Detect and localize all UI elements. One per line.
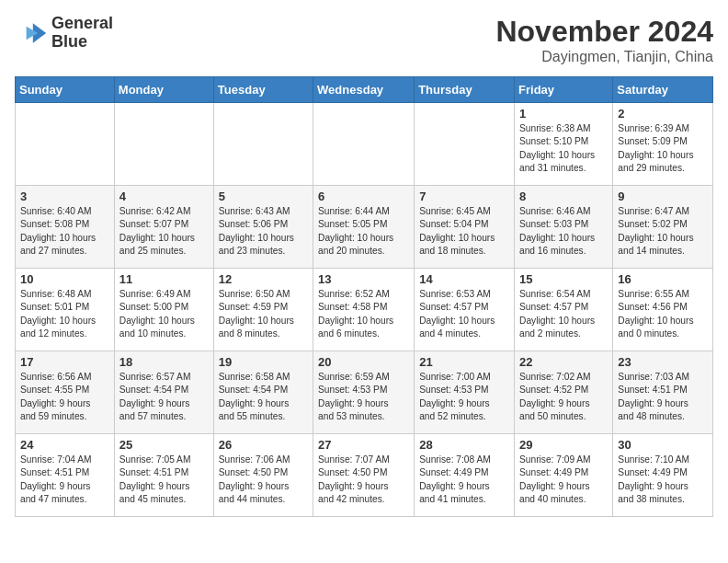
calendar-cell: 3Sunrise: 6:40 AM Sunset: 5:08 PM Daylig… [16, 186, 115, 269]
day-info: Sunrise: 7:00 AM Sunset: 4:53 PM Dayligh… [419, 371, 509, 423]
day-info: Sunrise: 6:39 AM Sunset: 5:09 PM Dayligh… [618, 122, 708, 175]
title-block: November 2024 Dayingmen, Tianjin, China [495, 15, 713, 65]
logo-icon [15, 17, 48, 50]
day-info: Sunrise: 6:44 AM Sunset: 5:05 PM Dayligh… [318, 205, 409, 258]
day-info: Sunrise: 6:49 AM Sunset: 5:00 PM Dayligh… [119, 288, 209, 340]
day-info: Sunrise: 6:45 AM Sunset: 5:04 PM Dayligh… [419, 205, 509, 258]
calendar: SundayMondayTuesdayWednesdayThursdayFrid… [15, 76, 713, 517]
calendar-cell: 10Sunrise: 6:48 AM Sunset: 5:01 PM Dayli… [16, 269, 115, 351]
day-info: Sunrise: 6:57 AM Sunset: 4:54 PM Dayligh… [119, 371, 209, 423]
calendar-week-row: 10Sunrise: 6:48 AM Sunset: 5:01 PM Dayli… [16, 269, 713, 351]
calendar-cell: 2Sunrise: 6:39 AM Sunset: 5:09 PM Daylig… [613, 103, 713, 186]
day-info: Sunrise: 6:52 AM Sunset: 4:58 PM Dayligh… [318, 288, 409, 340]
calendar-cell: 15Sunrise: 6:54 AM Sunset: 4:57 PM Dayli… [515, 269, 613, 351]
day-info: Sunrise: 6:58 AM Sunset: 4:54 PM Dayligh… [219, 371, 308, 423]
logo: General Blue [15, 15, 113, 52]
calendar-cell: 20Sunrise: 6:59 AM Sunset: 4:53 PM Dayli… [313, 351, 415, 434]
logo-line1: General [51, 15, 113, 33]
calendar-cell: 13Sunrise: 6:52 AM Sunset: 4:58 PM Dayli… [313, 269, 415, 351]
calendar-cell: 4Sunrise: 6:42 AM Sunset: 5:07 PM Daylig… [114, 186, 213, 269]
day-info: Sunrise: 6:55 AM Sunset: 4:56 PM Dayligh… [618, 288, 708, 340]
calendar-cell: 21Sunrise: 7:00 AM Sunset: 4:53 PM Dayli… [415, 351, 515, 434]
logo-line2: Blue [51, 33, 113, 52]
weekday-header-cell: Friday [515, 77, 613, 103]
day-number: 5 [219, 190, 308, 203]
calendar-cell: 5Sunrise: 6:43 AM Sunset: 5:06 PM Daylig… [213, 186, 313, 269]
day-info: Sunrise: 6:50 AM Sunset: 4:59 PM Dayligh… [219, 288, 308, 340]
day-number: 20 [318, 355, 409, 369]
header: General Blue November 2024 Dayingmen, Ti… [15, 15, 713, 65]
day-number: 4 [119, 190, 209, 203]
calendar-cell: 11Sunrise: 6:49 AM Sunset: 5:00 PM Dayli… [114, 269, 213, 351]
calendar-week-row: 1Sunrise: 6:38 AM Sunset: 5:10 PM Daylig… [16, 103, 713, 186]
day-number: 19 [219, 355, 308, 369]
calendar-cell: 18Sunrise: 6:57 AM Sunset: 4:54 PM Dayli… [114, 351, 213, 434]
location: Dayingmen, Tianjin, China [495, 49, 713, 65]
calendar-cell [213, 103, 313, 186]
calendar-cell: 12Sunrise: 6:50 AM Sunset: 4:59 PM Dayli… [213, 269, 313, 351]
weekday-header-cell: Thursday [415, 77, 515, 103]
calendar-cell: 29Sunrise: 7:09 AM Sunset: 4:49 PM Dayli… [515, 434, 613, 517]
day-number: 8 [519, 190, 608, 203]
day-number: 28 [419, 438, 509, 452]
day-number: 13 [318, 272, 409, 286]
day-number: 24 [20, 438, 109, 452]
day-number: 27 [318, 438, 409, 452]
calendar-cell: 19Sunrise: 6:58 AM Sunset: 4:54 PM Dayli… [213, 351, 313, 434]
day-info: Sunrise: 6:56 AM Sunset: 4:55 PM Dayligh… [20, 371, 109, 423]
calendar-cell: 9Sunrise: 6:47 AM Sunset: 5:02 PM Daylig… [613, 186, 713, 269]
weekday-header-cell: Monday [114, 77, 213, 103]
weekday-header-cell: Tuesday [213, 77, 313, 103]
day-number: 22 [519, 355, 608, 369]
calendar-week-row: 24Sunrise: 7:04 AM Sunset: 4:51 PM Dayli… [16, 434, 713, 517]
day-info: Sunrise: 6:40 AM Sunset: 5:08 PM Dayligh… [20, 205, 109, 258]
weekday-header-cell: Wednesday [313, 77, 415, 103]
day-info: Sunrise: 6:59 AM Sunset: 4:53 PM Dayligh… [318, 371, 409, 423]
day-number: 16 [618, 272, 708, 286]
day-number: 26 [219, 438, 308, 452]
calendar-body: 1Sunrise: 6:38 AM Sunset: 5:10 PM Daylig… [16, 103, 713, 517]
calendar-cell [415, 103, 515, 186]
calendar-week-row: 3Sunrise: 6:40 AM Sunset: 5:08 PM Daylig… [16, 186, 713, 269]
day-number: 29 [519, 438, 608, 452]
day-number: 14 [419, 272, 509, 286]
calendar-cell: 8Sunrise: 6:46 AM Sunset: 5:03 PM Daylig… [515, 186, 613, 269]
weekday-header-cell: Sunday [16, 77, 115, 103]
calendar-cell: 17Sunrise: 6:56 AM Sunset: 4:55 PM Dayli… [16, 351, 115, 434]
day-info: Sunrise: 6:46 AM Sunset: 5:03 PM Dayligh… [519, 205, 608, 258]
calendar-cell [16, 103, 115, 186]
day-info: Sunrise: 7:08 AM Sunset: 4:49 PM Dayligh… [419, 454, 509, 506]
day-number: 12 [219, 272, 308, 286]
calendar-cell: 22Sunrise: 7:02 AM Sunset: 4:52 PM Dayli… [515, 351, 613, 434]
month-title: November 2024 [495, 15, 713, 49]
day-info: Sunrise: 6:48 AM Sunset: 5:01 PM Dayligh… [20, 288, 109, 340]
day-number: 23 [618, 355, 708, 369]
day-number: 1 [519, 107, 608, 121]
day-info: Sunrise: 6:53 AM Sunset: 4:57 PM Dayligh… [419, 288, 509, 340]
calendar-cell: 30Sunrise: 7:10 AM Sunset: 4:49 PM Dayli… [613, 434, 713, 517]
day-number: 15 [519, 272, 608, 286]
day-info: Sunrise: 6:43 AM Sunset: 5:06 PM Dayligh… [219, 205, 308, 258]
day-info: Sunrise: 6:42 AM Sunset: 5:07 PM Dayligh… [119, 205, 209, 258]
day-number: 18 [119, 355, 209, 369]
day-info: Sunrise: 6:38 AM Sunset: 5:10 PM Dayligh… [519, 122, 608, 175]
weekday-header-cell: Saturday [613, 77, 713, 103]
calendar-cell: 23Sunrise: 7:03 AM Sunset: 4:51 PM Dayli… [613, 351, 713, 434]
day-number: 21 [419, 355, 509, 369]
day-info: Sunrise: 6:47 AM Sunset: 5:02 PM Dayligh… [618, 205, 708, 258]
day-number: 6 [318, 190, 409, 203]
calendar-cell: 14Sunrise: 6:53 AM Sunset: 4:57 PM Dayli… [415, 269, 515, 351]
day-info: Sunrise: 7:05 AM Sunset: 4:51 PM Dayligh… [119, 454, 209, 506]
day-number: 2 [618, 107, 708, 121]
weekday-header-row: SundayMondayTuesdayWednesdayThursdayFrid… [16, 77, 713, 103]
day-number: 7 [419, 190, 509, 203]
day-number: 3 [20, 190, 109, 203]
calendar-cell: 27Sunrise: 7:07 AM Sunset: 4:50 PM Dayli… [313, 434, 415, 517]
calendar-cell [313, 103, 415, 186]
day-info: Sunrise: 7:03 AM Sunset: 4:51 PM Dayligh… [618, 371, 708, 423]
calendar-cell: 1Sunrise: 6:38 AM Sunset: 5:10 PM Daylig… [515, 103, 613, 186]
calendar-week-row: 17Sunrise: 6:56 AM Sunset: 4:55 PM Dayli… [16, 351, 713, 434]
day-number: 11 [119, 272, 209, 286]
day-number: 10 [20, 272, 109, 286]
calendar-cell [114, 103, 213, 186]
